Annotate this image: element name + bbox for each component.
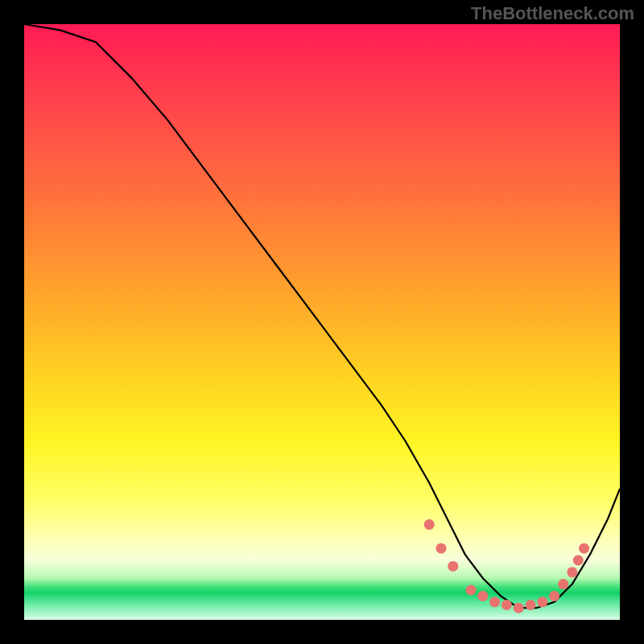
plot-area	[24, 24, 620, 620]
curve-marker	[477, 591, 488, 601]
curve-marker	[549, 591, 559, 601]
curve-marker	[502, 600, 512, 610]
curve-marker	[579, 543, 589, 554]
curve-marker	[526, 600, 536, 610]
bottleneck-curve-line	[24, 24, 620, 608]
curve-marker	[567, 567, 577, 577]
curve-marker	[424, 519, 435, 530]
curve-marker	[537, 597, 547, 607]
curve-marker	[436, 543, 447, 554]
chart-svg	[24, 24, 620, 620]
curve-marker	[514, 603, 524, 613]
watermark-text: TheBottleneck.com	[471, 3, 634, 24]
curve-marker	[466, 585, 477, 596]
curve-marker	[489, 597, 500, 607]
curve-marker	[573, 555, 584, 566]
curve-marker	[558, 579, 568, 589]
curve-marker	[448, 561, 458, 572]
